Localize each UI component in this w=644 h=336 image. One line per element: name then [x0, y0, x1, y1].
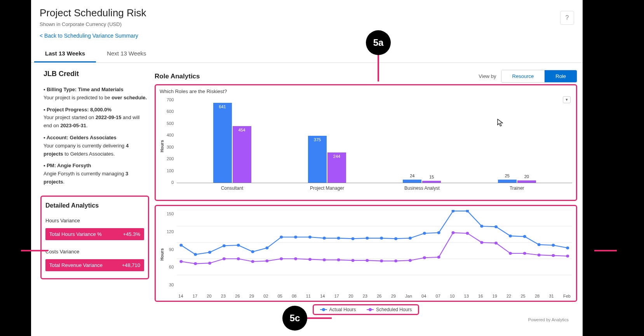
line-point[interactable] — [437, 256, 440, 259]
bar-trainer-actual[interactable]: 25 — [498, 180, 517, 183]
role-analytics-title: Role Analytics — [155, 73, 200, 80]
line-chart-y-axis: 150120906030 — [167, 211, 177, 287]
line-x-label: 28 — [535, 294, 540, 298]
line-point[interactable] — [194, 262, 197, 265]
line-point[interactable] — [194, 253, 197, 256]
line-point[interactable] — [180, 260, 183, 263]
line-point[interactable] — [251, 260, 254, 263]
line-point[interactable] — [352, 237, 355, 240]
line-point[interactable] — [208, 251, 211, 254]
line-point[interactable] — [423, 232, 426, 235]
annotation-4-line — [21, 250, 48, 251]
tab-next-13-weeks[interactable]: Next 13 Weeks — [96, 45, 157, 62]
line-point[interactable] — [452, 231, 455, 234]
line-x-label: 25 — [520, 294, 525, 298]
legend-scheduled-hours[interactable]: Scheduled Hours — [367, 307, 412, 312]
line-point[interactable] — [337, 258, 340, 262]
line-point[interactable] — [395, 260, 398, 263]
line-point[interactable] — [280, 257, 283, 260]
line-point[interactable] — [494, 225, 498, 229]
line-series-actual[interactable] — [181, 211, 568, 255]
bar-project-manager-scheduled[interactable]: 244 — [327, 152, 346, 183]
line-point[interactable] — [380, 237, 383, 240]
toggle-role[interactable]: Role — [545, 70, 577, 82]
bar-business-analyst-actual[interactable]: 24 — [403, 180, 421, 183]
hours-variance-label: Hours Variance — [45, 218, 144, 223]
line-point[interactable] — [409, 237, 412, 240]
pm-desc-pre: Angie Forsyth is currently managing — [44, 171, 125, 177]
line-point[interactable] — [251, 250, 254, 253]
bar-chart-bars: 64145437524424152520 — [177, 96, 572, 183]
bar-consultant-actual[interactable]: 641 — [213, 103, 232, 183]
line-point[interactable] — [509, 252, 512, 255]
line-point[interactable] — [409, 259, 412, 262]
line-point[interactable] — [480, 241, 484, 244]
line-x-label: 13 — [464, 294, 469, 298]
line-point[interactable] — [323, 237, 326, 240]
back-link[interactable]: < Back to Scheduling Variance Summary — [40, 33, 138, 39]
progress-desc-post: . — [86, 123, 88, 128]
line-point[interactable] — [308, 258, 312, 261]
project-name: JLB Credit — [44, 70, 149, 78]
line-point[interactable] — [337, 237, 340, 240]
bar-x-label: Business Analyst — [400, 185, 443, 191]
line-point[interactable] — [308, 236, 312, 239]
bar-x-label: Consultant — [211, 185, 254, 191]
line-point[interactable] — [552, 244, 555, 247]
detailed-analytics-panel: Detailed Analytics Hours Variance Total … — [40, 196, 149, 279]
line-point[interactable] — [480, 225, 484, 228]
line-point[interactable] — [523, 235, 526, 238]
line-point[interactable] — [494, 242, 498, 245]
view-by-label: View by — [479, 73, 496, 79]
line-point[interactable] — [223, 244, 226, 248]
hours-variance-bar[interactable]: Total Hours Variance % +45.3% — [45, 228, 144, 240]
line-point[interactable] — [180, 244, 183, 247]
line-point[interactable] — [223, 257, 226, 260]
line-point[interactable] — [237, 244, 240, 247]
line-x-label: 04 — [421, 294, 426, 298]
bar-value-label: 25 — [505, 173, 510, 178]
detailed-analytics-title: Detailed Analytics — [45, 202, 144, 209]
line-x-label: 23 — [221, 294, 226, 298]
line-point[interactable] — [237, 257, 240, 260]
line-chart-y-label: Hours — [160, 248, 164, 261]
line-point[interactable] — [280, 236, 283, 239]
bar-project-manager-actual[interactable]: 375 — [308, 136, 327, 183]
annotation-5a-line — [378, 54, 379, 81]
revenue-variance-bar-value: +48,710 — [122, 262, 140, 268]
toggle-resource[interactable]: Resource — [501, 70, 545, 82]
line-point[interactable] — [523, 252, 526, 255]
line-point[interactable] — [437, 231, 440, 234]
line-point[interactable] — [538, 253, 541, 256]
bar-trainer-scheduled[interactable]: 20 — [517, 180, 536, 183]
line-point[interactable] — [566, 246, 569, 249]
line-point[interactable] — [266, 260, 269, 263]
line-point[interactable] — [208, 262, 211, 265]
line-point[interactable] — [352, 259, 355, 262]
line-point[interactable] — [266, 246, 269, 249]
line-point[interactable] — [366, 259, 369, 262]
line-point[interactable] — [380, 260, 383, 263]
line-point[interactable] — [323, 258, 326, 262]
line-point[interactable] — [566, 255, 569, 258]
bar-value-label: 375 — [314, 137, 321, 142]
line-point[interactable] — [294, 257, 298, 260]
account-desc-post: to Gelders Associates. — [63, 151, 115, 157]
line-point[interactable] — [395, 237, 398, 240]
line-point[interactable] — [294, 236, 298, 239]
revenue-variance-bar[interactable]: Total Revenue Variance +48,710 — [45, 259, 144, 271]
pm-label: • PM: Angie Forsyth — [44, 163, 91, 168]
bar-x-label: Project Manager — [306, 185, 348, 191]
line-point[interactable] — [366, 237, 369, 240]
tab-last-13-weeks[interactable]: Last 13 Weeks — [34, 45, 96, 62]
line-point[interactable] — [552, 254, 555, 257]
bar-business-analyst-scheduled[interactable]: 15 — [422, 181, 441, 183]
help-button[interactable]: ? — [560, 11, 574, 25]
line-point[interactable] — [423, 256, 426, 259]
line-point[interactable] — [509, 234, 512, 237]
legend-actual-hours[interactable]: Actual Hours — [320, 307, 356, 312]
bar-consultant-scheduled[interactable]: 454 — [233, 126, 251, 183]
line-point[interactable] — [538, 243, 541, 246]
line-x-label: 29 — [391, 294, 396, 298]
line-point[interactable] — [466, 232, 469, 235]
